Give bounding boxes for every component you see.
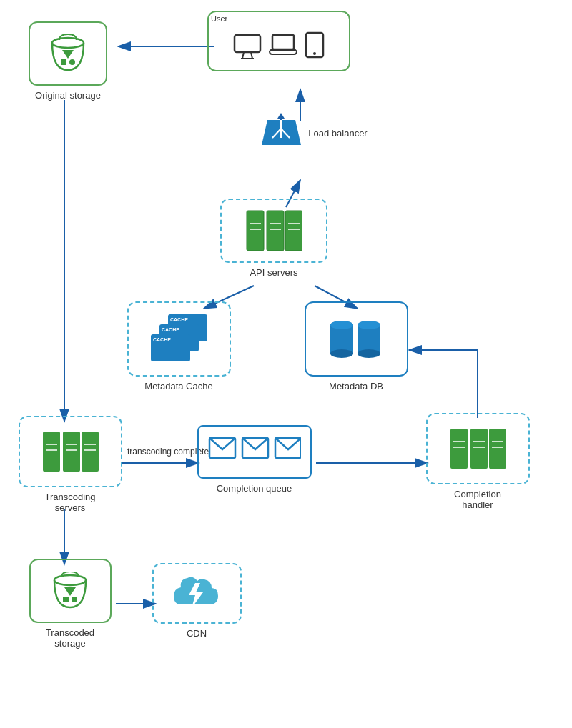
svg-point-82 [72,597,77,602]
completion-handler-box [426,413,530,484]
svg-rect-34 [267,211,284,251]
transcoded-storage-node: Transcoded storage [20,559,120,649]
api-servers-label: API servers [250,267,297,278]
completion-handler-node: Completion handler [420,413,535,510]
svg-point-14 [52,38,84,48]
svg-rect-81 [63,597,69,602]
metadata-db-icon [327,314,385,364]
svg-rect-58 [43,432,60,472]
architecture-diagram: Original storage User [0,0,572,728]
laptop-icon [268,31,298,59]
svg-text:CACHE: CACHE [170,317,188,322]
svg-marker-15 [62,50,74,59]
svg-line-19 [242,52,244,59]
transcoding-servers-icon [41,430,99,473]
svg-rect-60 [82,432,99,472]
tv-icon [232,31,262,59]
completion-queue-label: Completion queue [217,483,292,494]
api-servers-node: API servers [213,199,335,278]
svg-text:CACHE: CACHE [153,337,171,342]
metadata-db-box [305,301,408,377]
original-storage-label: Original storage [35,90,101,101]
load-balancer-icon [262,113,301,149]
user-node: User [204,11,354,71]
cdn-node: CDN [147,563,247,639]
transcoding-servers-node: Transcoding servers [13,416,127,513]
svg-point-17 [69,59,75,65]
cdn-box [152,563,242,624]
completion-queue-box [197,425,312,479]
svg-point-56 [358,349,380,358]
svg-rect-32 [247,211,264,251]
api-servers-box [220,199,327,263]
original-storage-node: Original storage [21,21,114,101]
svg-marker-31 [277,113,285,119]
svg-rect-72 [489,429,506,469]
svg-point-52 [330,349,353,358]
completion-queue-icon [208,432,301,472]
tablet-icon [304,31,325,59]
svg-rect-71 [470,429,488,469]
metadata-db-node: Metadata DB [299,301,413,392]
metadata-cache-node: CACHE CACHE CACHE Metadata Cache [122,301,236,392]
api-servers-icon [245,209,302,252]
svg-point-53 [330,321,353,329]
cdn-label: CDN [187,628,207,639]
transcoded-storage-icon [49,572,92,611]
svg-rect-36 [285,211,302,251]
svg-marker-80 [64,587,76,596]
svg-rect-18 [235,35,260,52]
svg-rect-22 [272,35,294,49]
svg-point-79 [54,575,86,585]
svg-line-20 [251,52,252,59]
svg-rect-70 [450,429,468,469]
transcoding-servers-label: Transcoding servers [44,492,95,513]
completion-handler-icon [449,427,506,470]
completion-queue-node: Completion queue [192,425,317,494]
cdn-icon [170,572,224,615]
load-balancer-label: Load balancer [308,128,367,139]
svg-rect-59 [63,432,80,472]
svg-point-57 [358,321,380,329]
user-box: User [207,11,350,71]
completion-handler-label: Completion handler [454,489,501,510]
bucket-icon [46,34,89,74]
metadata-cache-icon: CACHE CACHE CACHE [147,314,211,364]
metadata-cache-box: CACHE CACHE CACHE [127,301,231,377]
metadata-db-label: Metadata DB [329,381,383,392]
transcoded-storage-box [29,559,112,623]
svg-text:CACHE: CACHE [162,327,179,332]
user-text-label: User [211,14,227,23]
transcoded-storage-label: Transcoded storage [46,627,94,649]
transcoding-servers-box [19,416,122,487]
metadata-cache-label: Metadata Cache [144,381,212,392]
load-balancer-node: Load balancer [257,113,372,149]
svg-point-24 [313,52,316,55]
original-storage-box [29,21,107,86]
svg-rect-16 [61,59,66,65]
